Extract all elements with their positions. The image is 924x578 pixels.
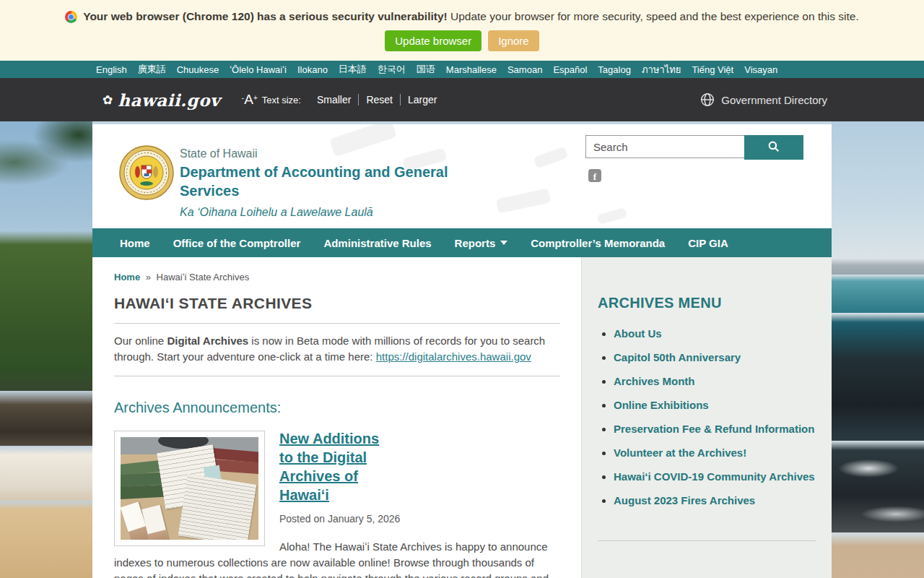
intro-prefix: Our online	[114, 335, 167, 347]
list-item: Volunteer at the Archives!	[614, 445, 816, 461]
language-link-ilokano[interactable]: Ilokano	[297, 64, 328, 75]
language-link-samoan[interactable]: Samoan	[507, 64, 542, 75]
text-size-label: Text size:	[262, 95, 301, 105]
post-title-link[interactable]: New Additions to the Digital Archives of…	[279, 431, 379, 503]
nav-item-comptrollers-memoranda[interactable]: Comptroller’s Memoranda	[519, 237, 676, 249]
language-link-japanese[interactable]: 日本語	[339, 63, 367, 76]
divider	[114, 323, 560, 324]
post-thumbnail[interactable]	[114, 431, 265, 546]
nav-label: Office of the Comptroller	[173, 237, 301, 249]
language-link-mandarin[interactable]: 国语	[417, 63, 435, 76]
browser-alert-banner: Your web browser (Chrome 120) has a seri…	[0, 0, 924, 61]
sidebar-item-archives-month[interactable]: Archives Month	[614, 375, 695, 387]
hawaii-gov-logo[interactable]: ✿ hawaii.gov	[103, 90, 220, 110]
globe-icon	[699, 92, 715, 108]
sidebar-item-august-2023-fires[interactable]: August 2023 Fires Archives	[614, 494, 755, 506]
ignore-button[interactable]: Ignore	[488, 30, 539, 51]
text-size-a: A	[244, 92, 253, 107]
island-watermark	[496, 189, 552, 214]
announcement-post: New Additions to the Digital Archives of…	[114, 429, 560, 578]
announcements-heading: Archives Announcements:	[114, 400, 560, 416]
sidebar-item-preservation-fee[interactable]: Preservation Fee & Refund Information	[614, 423, 814, 435]
government-directory-label: Government Directory	[721, 94, 827, 106]
language-link-english[interactable]: English	[96, 64, 127, 75]
facebook-icon[interactable]: f	[588, 169, 601, 182]
list-item: Online Exhibitions	[614, 397, 816, 413]
text-size-plus: +	[253, 94, 258, 102]
text-size-smaller-link[interactable]: Smaller	[310, 94, 358, 105]
sidebar-item-about-us[interactable]: About Us	[614, 327, 662, 340]
breadcrumb-separator: »	[146, 272, 151, 282]
breadcrumb-home-link[interactable]: Home	[114, 272, 140, 282]
nav-item-administrative-rules[interactable]: Administrative Rules	[312, 237, 443, 249]
island-watermark	[597, 207, 627, 225]
digital-archives-link[interactable]: https://digitalarchives.hawaii.gov	[376, 350, 531, 363]
utility-bar: ✿ hawaii.gov -A+ Text size: Smaller Rese…	[0, 78, 924, 121]
facebook-letter: f	[593, 171, 596, 182]
nav-item-reports[interactable]: Reports	[443, 237, 520, 249]
agency-tagline: Ka ʻOihana Loihelu a Lawelawe Laulā	[180, 206, 468, 219]
text-size-reset-link[interactable]: Reset	[358, 94, 400, 105]
page-title: HAWAIʻI STATE ARCHIVES	[114, 295, 560, 312]
government-directory-link[interactable]: Government Directory	[699, 92, 827, 108]
language-link-visayan[interactable]: Visayan	[744, 64, 777, 75]
divider	[598, 540, 816, 541]
language-link-marshallese[interactable]: Marshallese	[446, 64, 497, 75]
language-bar: English 廣東話 Chuukese ʻŌlelo Hawaiʻi Ilok…	[0, 61, 924, 78]
breadcrumb: Home » Hawaiʻi State Archives	[114, 257, 560, 282]
list-item: About Us	[614, 326, 816, 342]
breadcrumb-current: Hawaiʻi State Archives	[157, 272, 250, 282]
beach-photo-left	[0, 121, 92, 578]
intro-bold: Digital Archives	[167, 335, 248, 347]
search-input[interactable]	[585, 135, 744, 158]
list-item: Archives Month	[614, 374, 816, 389]
language-link-spanish[interactable]: Español	[553, 64, 587, 75]
list-item: Capitol 50th Anniversary	[614, 350, 816, 366]
archives-books-photo	[121, 437, 258, 540]
update-browser-button[interactable]: Update browser	[385, 30, 481, 51]
site-header: State of Hawaii Department of Accounting…	[92, 124, 832, 228]
sidebar-item-volunteer[interactable]: Volunteer at the Archives!	[614, 447, 746, 459]
list-item: Preservation Fee & Refund Information	[614, 421, 816, 437]
nav-item-home[interactable]: Home	[108, 237, 162, 249]
language-link-hawaiian[interactable]: ʻŌlelo Hawaiʻi	[230, 64, 287, 75]
nav-label: Comptroller’s Memoranda	[531, 237, 665, 249]
nav-label: Administrative Rules	[323, 237, 431, 249]
nav-label: Reports	[455, 237, 496, 249]
list-item: August 2023 Fires Archives	[614, 493, 816, 509]
site-search	[585, 135, 803, 160]
language-link-chuukese[interactable]: Chuukese	[177, 64, 219, 75]
sidebar-item-covid19-archives[interactable]: Hawaiʻi COVID-19 Community Archives	[614, 470, 815, 483]
language-link-cantonese[interactable]: 廣東話	[138, 63, 166, 76]
state-seal	[119, 145, 174, 203]
hawaii-gov-logo-text: hawaii.gov	[118, 90, 220, 110]
intro-paragraph: Our online Digital Archives is now in Be…	[114, 333, 560, 365]
divider	[114, 376, 560, 376]
search-button[interactable]	[744, 135, 803, 160]
sidebar-item-capitol-50th[interactable]: Capitol 50th Anniversary	[614, 351, 741, 363]
beach-photo-right	[832, 121, 924, 578]
page-background: State of Hawaii Department of Accounting…	[0, 121, 924, 578]
chevron-down-icon	[500, 241, 507, 245]
sidebar-heading: ARCHIVES MENU	[598, 295, 816, 311]
main-content: Home » Hawaiʻi State Archives HAWAIʻI ST…	[92, 257, 581, 578]
alert-message: Your web browser (Chrome 120) has a seri…	[83, 10, 859, 23]
nav-item-office-of-the-comptroller[interactable]: Office of the Comptroller	[162, 237, 313, 249]
search-icon	[767, 140, 780, 155]
nav-item-cip-gia[interactable]: CIP GIA	[676, 237, 740, 249]
archives-menu-sidebar: ARCHIVES MENU About Us Capitol 50th Anni…	[581, 257, 832, 578]
sidebar-item-online-exhibitions[interactable]: Online Exhibitions	[614, 399, 709, 411]
text-size-larger-link[interactable]: Larger	[400, 94, 444, 105]
language-link-vietnamese[interactable]: Tiếng Việt	[692, 64, 733, 75]
nav-label: Home	[120, 237, 150, 249]
hibiscus-icon: ✿	[103, 94, 113, 106]
list-item: Hawaiʻi COVID-19 Community Archives	[614, 469, 816, 485]
sidebar-menu: About Us Capitol 50th Anniversary Archiv…	[598, 326, 816, 509]
chrome-icon	[65, 11, 77, 23]
agency-name: Department of Accounting and General Ser…	[180, 163, 468, 200]
main-nav: Home Office of the Comptroller Administr…	[92, 228, 832, 257]
language-link-thai[interactable]: ภาษาไทย	[642, 62, 681, 77]
island-watermark	[533, 147, 569, 169]
language-link-korean[interactable]: 한국어	[378, 63, 406, 76]
language-link-tagalog[interactable]: Tagalog	[598, 64, 631, 75]
